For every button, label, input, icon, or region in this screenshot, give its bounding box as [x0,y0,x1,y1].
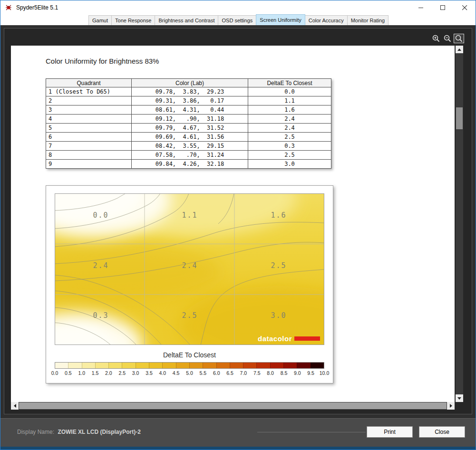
table-row: 4 09.12, .90, 31.18 2.4 [46,115,331,124]
vertical-scrollbar[interactable] [456,46,463,402]
scale-segment [136,363,149,368]
quadrant-cell: 2 [46,96,132,105]
zoom-fit-button[interactable] [454,34,464,43]
map-value: 2.4 [93,261,108,270]
scale-segment [82,363,95,368]
datacolor-logo-text: datacolor [258,335,292,343]
scale-segment [283,363,297,368]
deltae-cell: 1.1 [248,96,331,105]
tab-gamut[interactable]: Gamut [88,15,112,25]
window-title: Spyder5Elite 5.1 [16,4,58,11]
scale-segment [256,363,270,368]
uniformity-map-panel: 0.0 1.1 1.6 2.4 2.4 2.5 0.3 2.5 3.0 data… [46,185,333,383]
header-deltae: DeltaE To Closest [248,79,331,87]
maximize-button[interactable] [432,0,454,15]
scale-tick: 0.5 [65,370,72,376]
window-controls [410,0,476,15]
lab-cell: 09.69, 4.61, 31.56 [132,133,248,142]
scroll-right-button[interactable] [447,402,455,410]
tab-strip: Gamut Tone Response Brightness and Contr… [0,15,476,25]
print-button[interactable]: Print [367,426,413,438]
tab-color-accuracy[interactable]: Color Accuracy [305,15,348,25]
quadrant-cell: 6 [46,133,132,142]
scale-segment [176,363,189,368]
scale-tick: 4.5 [173,370,180,376]
scale-tick: 7.5 [253,370,261,376]
deltae-cell: 0.3 [248,142,331,151]
horizontal-scrollbar[interactable] [11,402,455,410]
scroll-left-button[interactable] [11,402,19,410]
map-value: 0.0 [93,211,108,220]
deltae-cell: 2.5 [248,151,331,160]
scale-tick: 2.5 [118,370,126,376]
datacolor-logo-bar [294,336,320,341]
map-value: 1.6 [271,211,286,220]
app-window: Spyder5Elite 5.1 Gamut Tone Response Bri… [0,0,476,450]
deltae-cell: 2.5 [248,133,331,142]
table-row: 3 08.61, 4.31, 0.44 1.6 [46,105,331,115]
horizontal-scrollbar-thumb[interactable] [19,402,447,409]
footer-divider [257,432,366,432]
tab-tone-response[interactable]: Tone Response [111,15,155,25]
table-row: 9 09.84, 4.26, 32.18 3.0 [46,160,331,169]
header-color-lab: Color (Lab) [132,79,248,87]
scale-tick: 8.0 [267,370,274,376]
scale-segment [230,363,243,368]
scale-tick: 1.0 [78,370,85,376]
scale-tick: 2.0 [105,370,112,376]
deltae-cell: 3.0 [248,160,331,169]
tab-brightness-and-contrast[interactable]: Brightness and Contrast [155,15,218,25]
window-bottom-border [0,447,476,450]
display-name-label: Display Name: [17,429,54,435]
deltae-cell: 2.4 [248,115,331,124]
quadrant-cell: 8 [46,151,132,160]
scale-segment [243,363,256,368]
close-button[interactable] [454,0,476,15]
scale-ticks: 0.0 0.5 1.0 1.5 2.0 2.5 3.0 3.5 4.0 4.5 … [55,370,324,377]
table-row: 7 08.42, 3.55, 29.15 0.3 [46,142,331,151]
scale-tick: 0.0 [51,370,58,376]
zoom-in-button[interactable] [431,34,441,43]
deltae-cell: 1.6 [248,105,331,115]
zoom-in-icon [432,34,440,43]
lab-cell: 09.31, 3.86, 0.17 [132,96,248,105]
tabs: Gamut Tone Response Brightness and Contr… [88,14,388,25]
scale-tick: 10.0 [320,370,329,376]
tab-screen-uniformity[interactable]: Screen Uniformity [256,14,305,25]
close-icon [462,5,467,10]
scale-tick: 7.0 [240,370,247,376]
table-row: 6 09.69, 4.61, 31.56 2.5 [46,133,331,142]
zoom-out-button[interactable] [442,34,453,43]
deltae-cell: 2.4 [248,124,331,133]
vertical-scrollbar-thumb[interactable] [456,107,463,129]
arrow-right-icon [450,404,452,408]
lab-cell: 09.79, 4.67, 31.52 [132,124,248,133]
lab-cell: 08.42, 3.55, 29.15 [132,142,248,151]
lab-cell: 09.12, .90, 31.18 [132,115,248,124]
map-value: 1.1 [182,211,197,220]
table-header-row: Quadrant Color (Lab) DeltaE To Closest [46,79,331,87]
tab-osd-settings[interactable]: OSD settings [218,15,256,25]
scale-tick: 1.5 [92,370,99,376]
report-panel: Color Uniformity for Brightness 83% Quad… [11,46,455,402]
arrow-down-icon [457,397,461,400]
scroll-down-button[interactable] [456,394,463,402]
tab-monitor-rating[interactable]: Monitor Rating [347,15,389,25]
scroll-up-button[interactable] [456,46,463,53]
scale-segment [149,363,162,368]
footer-bar: Display Name: ZOWIE XL LCD (DisplayPort)… [0,418,476,447]
quadrant-cell: 1 (Closest To D65) [46,87,132,96]
scale-segment [55,363,68,368]
zoom-out-icon [443,34,452,43]
scale-segment [203,363,216,368]
lab-cell: 09.84, 4.26, 32.18 [132,160,248,169]
close-dialog-button[interactable]: Close [419,426,465,438]
zoom-fit-icon [455,34,463,43]
minimize-button[interactable] [410,0,432,15]
quadrant-cell: 5 [46,124,132,133]
display-name: Display Name: ZOWIE XL LCD (DisplayPort)… [17,429,141,435]
arrow-left-icon [14,404,16,408]
minimize-icon [418,5,424,10]
content-area: Color Uniformity for Brightness 83% Quad… [0,25,476,418]
lab-cell: 09.78, 3.83, 29.23 [132,87,248,96]
